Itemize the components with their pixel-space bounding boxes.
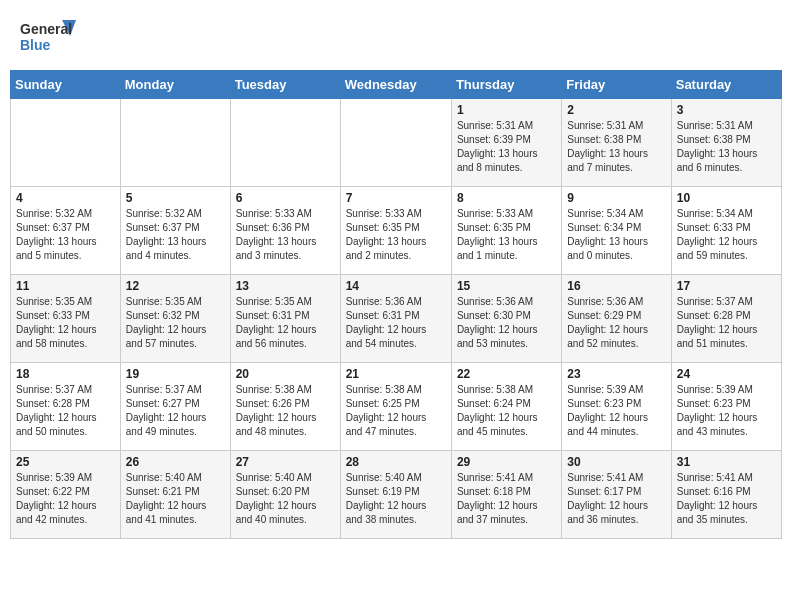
calendar-cell: 16Sunrise: 5:36 AM Sunset: 6:29 PM Dayli… — [562, 275, 671, 363]
day-number: 7 — [346, 191, 446, 205]
day-number: 28 — [346, 455, 446, 469]
calendar-cell: 6Sunrise: 5:33 AM Sunset: 6:36 PM Daylig… — [230, 187, 340, 275]
day-number: 24 — [677, 367, 776, 381]
day-number: 16 — [567, 279, 665, 293]
weekday-header-monday: Monday — [120, 71, 230, 99]
cell-text: Sunrise: 5:36 AM Sunset: 6:31 PM Dayligh… — [346, 295, 446, 351]
calendar-cell: 31Sunrise: 5:41 AM Sunset: 6:16 PM Dayli… — [671, 451, 781, 539]
cell-text: Sunrise: 5:39 AM Sunset: 6:23 PM Dayligh… — [677, 383, 776, 439]
calendar-cell: 24Sunrise: 5:39 AM Sunset: 6:23 PM Dayli… — [671, 363, 781, 451]
cell-text: Sunrise: 5:38 AM Sunset: 6:26 PM Dayligh… — [236, 383, 335, 439]
weekday-header-tuesday: Tuesday — [230, 71, 340, 99]
calendar-cell — [230, 99, 340, 187]
calendar-cell: 25Sunrise: 5:39 AM Sunset: 6:22 PM Dayli… — [11, 451, 121, 539]
calendar-cell: 7Sunrise: 5:33 AM Sunset: 6:35 PM Daylig… — [340, 187, 451, 275]
weekday-header-friday: Friday — [562, 71, 671, 99]
cell-text: Sunrise: 5:40 AM Sunset: 6:21 PM Dayligh… — [126, 471, 225, 527]
day-number: 12 — [126, 279, 225, 293]
cell-text: Sunrise: 5:31 AM Sunset: 6:38 PM Dayligh… — [567, 119, 665, 175]
cell-text: Sunrise: 5:34 AM Sunset: 6:33 PM Dayligh… — [677, 207, 776, 263]
cell-text: Sunrise: 5:33 AM Sunset: 6:36 PM Dayligh… — [236, 207, 335, 263]
cell-text: Sunrise: 5:31 AM Sunset: 6:39 PM Dayligh… — [457, 119, 556, 175]
day-number: 29 — [457, 455, 556, 469]
day-number: 17 — [677, 279, 776, 293]
calendar-cell — [120, 99, 230, 187]
calendar-cell: 29Sunrise: 5:41 AM Sunset: 6:18 PM Dayli… — [451, 451, 561, 539]
calendar-week-2: 4Sunrise: 5:32 AM Sunset: 6:37 PM Daylig… — [11, 187, 782, 275]
calendar-cell: 28Sunrise: 5:40 AM Sunset: 6:19 PM Dayli… — [340, 451, 451, 539]
day-number: 5 — [126, 191, 225, 205]
cell-text: Sunrise: 5:41 AM Sunset: 6:17 PM Dayligh… — [567, 471, 665, 527]
day-number: 11 — [16, 279, 115, 293]
cell-text: Sunrise: 5:36 AM Sunset: 6:30 PM Dayligh… — [457, 295, 556, 351]
day-number: 2 — [567, 103, 665, 117]
svg-text:General: General — [20, 21, 72, 37]
day-number: 27 — [236, 455, 335, 469]
day-number: 21 — [346, 367, 446, 381]
calendar-cell: 5Sunrise: 5:32 AM Sunset: 6:37 PM Daylig… — [120, 187, 230, 275]
day-number: 13 — [236, 279, 335, 293]
day-number: 15 — [457, 279, 556, 293]
calendar-cell: 8Sunrise: 5:33 AM Sunset: 6:35 PM Daylig… — [451, 187, 561, 275]
day-number: 25 — [16, 455, 115, 469]
calendar-header: SundayMondayTuesdayWednesdayThursdayFrid… — [11, 71, 782, 99]
weekday-header-sunday: Sunday — [11, 71, 121, 99]
logo-svg: GeneralBlue — [20, 16, 80, 60]
day-number: 31 — [677, 455, 776, 469]
day-number: 14 — [346, 279, 446, 293]
calendar-cell: 10Sunrise: 5:34 AM Sunset: 6:33 PM Dayli… — [671, 187, 781, 275]
calendar-week-5: 25Sunrise: 5:39 AM Sunset: 6:22 PM Dayli… — [11, 451, 782, 539]
calendar-cell: 18Sunrise: 5:37 AM Sunset: 6:28 PM Dayli… — [11, 363, 121, 451]
calendar-week-4: 18Sunrise: 5:37 AM Sunset: 6:28 PM Dayli… — [11, 363, 782, 451]
calendar-table: SundayMondayTuesdayWednesdayThursdayFrid… — [10, 70, 782, 539]
day-number: 19 — [126, 367, 225, 381]
day-number: 9 — [567, 191, 665, 205]
cell-text: Sunrise: 5:37 AM Sunset: 6:28 PM Dayligh… — [677, 295, 776, 351]
day-number: 23 — [567, 367, 665, 381]
day-number: 1 — [457, 103, 556, 117]
day-number: 6 — [236, 191, 335, 205]
cell-text: Sunrise: 5:31 AM Sunset: 6:38 PM Dayligh… — [677, 119, 776, 175]
cell-text: Sunrise: 5:34 AM Sunset: 6:34 PM Dayligh… — [567, 207, 665, 263]
cell-text: Sunrise: 5:35 AM Sunset: 6:31 PM Dayligh… — [236, 295, 335, 351]
day-number: 4 — [16, 191, 115, 205]
calendar-wrapper: SundayMondayTuesdayWednesdayThursdayFrid… — [0, 70, 792, 549]
calendar-cell: 21Sunrise: 5:38 AM Sunset: 6:25 PM Dayli… — [340, 363, 451, 451]
calendar-week-3: 11Sunrise: 5:35 AM Sunset: 6:33 PM Dayli… — [11, 275, 782, 363]
calendar-cell: 26Sunrise: 5:40 AM Sunset: 6:21 PM Dayli… — [120, 451, 230, 539]
cell-text: Sunrise: 5:40 AM Sunset: 6:19 PM Dayligh… — [346, 471, 446, 527]
weekday-header-wednesday: Wednesday — [340, 71, 451, 99]
weekday-header-thursday: Thursday — [451, 71, 561, 99]
calendar-cell: 30Sunrise: 5:41 AM Sunset: 6:17 PM Dayli… — [562, 451, 671, 539]
calendar-cell: 4Sunrise: 5:32 AM Sunset: 6:37 PM Daylig… — [11, 187, 121, 275]
cell-text: Sunrise: 5:38 AM Sunset: 6:25 PM Dayligh… — [346, 383, 446, 439]
calendar-cell: 1Sunrise: 5:31 AM Sunset: 6:39 PM Daylig… — [451, 99, 561, 187]
calendar-cell: 13Sunrise: 5:35 AM Sunset: 6:31 PM Dayli… — [230, 275, 340, 363]
calendar-cell: 2Sunrise: 5:31 AM Sunset: 6:38 PM Daylig… — [562, 99, 671, 187]
calendar-cell: 23Sunrise: 5:39 AM Sunset: 6:23 PM Dayli… — [562, 363, 671, 451]
calendar-cell — [340, 99, 451, 187]
calendar-cell: 12Sunrise: 5:35 AM Sunset: 6:32 PM Dayli… — [120, 275, 230, 363]
svg-text:Blue: Blue — [20, 37, 51, 53]
calendar-cell — [11, 99, 121, 187]
logo: GeneralBlue — [20, 16, 80, 60]
cell-text: Sunrise: 5:37 AM Sunset: 6:28 PM Dayligh… — [16, 383, 115, 439]
day-number: 30 — [567, 455, 665, 469]
calendar-cell: 14Sunrise: 5:36 AM Sunset: 6:31 PM Dayli… — [340, 275, 451, 363]
weekday-row: SundayMondayTuesdayWednesdayThursdayFrid… — [11, 71, 782, 99]
cell-text: Sunrise: 5:40 AM Sunset: 6:20 PM Dayligh… — [236, 471, 335, 527]
cell-text: Sunrise: 5:32 AM Sunset: 6:37 PM Dayligh… — [126, 207, 225, 263]
calendar-cell: 27Sunrise: 5:40 AM Sunset: 6:20 PM Dayli… — [230, 451, 340, 539]
day-number: 10 — [677, 191, 776, 205]
day-number: 18 — [16, 367, 115, 381]
cell-text: Sunrise: 5:39 AM Sunset: 6:23 PM Dayligh… — [567, 383, 665, 439]
cell-text: Sunrise: 5:32 AM Sunset: 6:37 PM Dayligh… — [16, 207, 115, 263]
cell-text: Sunrise: 5:41 AM Sunset: 6:18 PM Dayligh… — [457, 471, 556, 527]
calendar-cell: 11Sunrise: 5:35 AM Sunset: 6:33 PM Dayli… — [11, 275, 121, 363]
cell-text: Sunrise: 5:33 AM Sunset: 6:35 PM Dayligh… — [457, 207, 556, 263]
calendar-cell: 3Sunrise: 5:31 AM Sunset: 6:38 PM Daylig… — [671, 99, 781, 187]
cell-text: Sunrise: 5:38 AM Sunset: 6:24 PM Dayligh… — [457, 383, 556, 439]
calendar-cell: 9Sunrise: 5:34 AM Sunset: 6:34 PM Daylig… — [562, 187, 671, 275]
calendar-body: 1Sunrise: 5:31 AM Sunset: 6:39 PM Daylig… — [11, 99, 782, 539]
day-number: 20 — [236, 367, 335, 381]
